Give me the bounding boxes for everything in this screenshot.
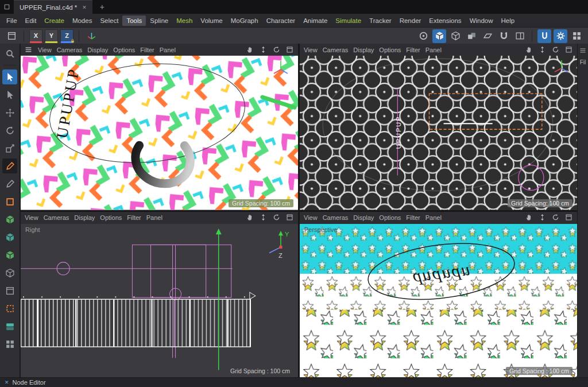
vp-menu-filter[interactable]: Filter — [406, 47, 420, 53]
selection-tool[interactable] — [2, 87, 17, 102]
pan-hand-icon[interactable] — [246, 46, 254, 54]
menu-simulate[interactable]: Simulate — [331, 16, 365, 26]
vp-menu-panel[interactable]: Panel — [160, 47, 176, 53]
rotate-tool[interactable] — [2, 123, 17, 138]
viewport-layout-button[interactable] — [5, 29, 18, 43]
generator-cube-icon[interactable] — [2, 230, 17, 245]
vp-menu-panel[interactable]: Panel — [425, 214, 442, 221]
vp-menu-filter[interactable]: Filter — [406, 214, 420, 221]
capsule-simulate-button[interactable] — [537, 29, 551, 43]
cube-outline-icon[interactable] — [2, 265, 17, 280]
layout-split-button[interactable] — [513, 29, 527, 43]
menu-spline[interactable]: Spline — [146, 16, 172, 26]
vp-menu-filter[interactable]: Filter — [140, 47, 154, 53]
viewport-top-left-canvas[interactable]: UPUPUP Grid Spacing: 100 cm — [21, 56, 298, 210]
vp-menu-options[interactable]: Options — [379, 47, 401, 53]
vp-menu-options[interactable]: Options — [100, 214, 122, 221]
viewport-bottom-left-canvas[interactable]: Y Z Right Grid Spacing : 100 cm — [21, 224, 298, 378]
menu-mesh[interactable]: Mesh — [172, 16, 196, 26]
dolly-updown-icon[interactable] — [260, 214, 268, 222]
menu-extensions[interactable]: Extensions — [425, 16, 465, 26]
scale-tool[interactable] — [2, 141, 17, 156]
render-view-button[interactable] — [416, 29, 430, 43]
menu-animate[interactable]: Animate — [299, 16, 331, 26]
lock-y-axis-button[interactable]: Y — [45, 29, 58, 43]
toggle-fullscreen-icon[interactable] — [565, 214, 573, 222]
viewport-top-right-canvas[interactable]: UPUPUP Grid Spacing: 100 cm — [300, 56, 577, 210]
lock-z-axis-button[interactable]: Z — [60, 29, 74, 43]
menu-tools[interactable]: Tools — [122, 16, 146, 26]
layout-grid-button[interactable] — [570, 29, 583, 43]
tab-close-icon[interactable]: ✕ — [82, 5, 87, 10]
pen-tool[interactable] — [2, 176, 17, 191]
object-mode-button[interactable] — [448, 29, 462, 43]
vp-menu-display[interactable]: Display — [353, 214, 374, 221]
texture-mode-button[interactable] — [465, 29, 478, 43]
lock-x-axis-button[interactable]: X — [29, 29, 42, 43]
menu-select[interactable]: Select — [96, 16, 122, 26]
menu-window[interactable]: Window — [466, 16, 497, 26]
menu-mograph[interactable]: MoGraph — [227, 16, 262, 26]
pan-hand-icon[interactable] — [246, 214, 254, 222]
pan-hand-icon[interactable] — [525, 214, 533, 222]
deformer-cube-icon[interactable] — [2, 247, 17, 262]
orbit-rotate-icon[interactable] — [552, 46, 560, 54]
orbit-rotate-icon[interactable] — [273, 214, 281, 222]
search-icon[interactable] — [2, 46, 17, 61]
spline-primitive-icon[interactable] — [2, 194, 17, 209]
vp-menu-display[interactable]: Display — [74, 214, 95, 221]
menu-modes[interactable]: Modes — [68, 16, 96, 26]
coordinate-system-button[interactable] — [84, 29, 98, 43]
layers-icon[interactable] — [2, 319, 17, 334]
dolly-updown-icon[interactable] — [539, 46, 547, 54]
cube-primitive-icon[interactable] — [2, 212, 17, 227]
pan-hand-icon[interactable] — [525, 46, 533, 54]
grid-icon[interactable] — [2, 336, 17, 351]
vp-menu-cameras[interactable]: Cameras — [323, 47, 349, 53]
menu-volume[interactable]: Volume — [196, 16, 226, 26]
vp-menu-filter[interactable]: Filter — [127, 214, 141, 221]
menu-file[interactable]: File — [2, 16, 21, 26]
viewport-bottom-right-canvas[interactable]: upupup Perspective Grid Spacing : 100 cm — [300, 224, 577, 378]
new-tab-button[interactable]: + — [96, 2, 109, 11]
vp-menu-view[interactable]: View — [38, 47, 52, 53]
vp-menu-options[interactable]: Options — [379, 214, 401, 221]
vp-menu-view[interactable]: View — [25, 214, 38, 221]
vp-menu-options[interactable]: Options — [113, 47, 135, 53]
move-tool[interactable] — [2, 105, 17, 120]
snap-toggle-button[interactable] — [497, 29, 510, 43]
dashed-selection-icon[interactable] — [2, 301, 17, 316]
vp-menu-panel[interactable]: Panel — [146, 214, 163, 221]
dolly-updown-icon[interactable] — [539, 214, 547, 222]
viewport-menu-icon[interactable] — [25, 46, 33, 54]
vp-menu-view[interactable]: View — [304, 214, 318, 221]
axis-mode-button[interactable] — [481, 29, 494, 43]
orbit-rotate-icon[interactable] — [273, 46, 281, 54]
menu-character[interactable]: Character — [262, 16, 300, 26]
toggle-fullscreen-icon[interactable] — [286, 46, 294, 54]
dolly-updown-icon[interactable] — [260, 46, 268, 54]
vp-menu-display[interactable]: Display — [87, 47, 108, 53]
node-editor-tab[interactable]: Node Editor — [13, 379, 46, 386]
frame-icon[interactable] — [2, 283, 17, 298]
node-editor-close-icon[interactable]: ✕ — [5, 380, 9, 385]
menu-help[interactable]: Help — [497, 16, 519, 26]
live-selection-tool[interactable] — [2, 69, 17, 84]
pen-tool-active[interactable] — [2, 158, 17, 173]
toggle-fullscreen-icon[interactable] — [286, 214, 294, 222]
vp-menu-cameras[interactable]: Cameras — [57, 47, 83, 53]
collapsed-panel-tab[interactable]: Fil — [580, 59, 586, 65]
vp-menu-cameras[interactable]: Cameras — [44, 214, 69, 221]
orbit-rotate-icon[interactable] — [552, 214, 560, 222]
panel-menu-icon[interactable] — [579, 47, 587, 55]
model-mode-button[interactable] — [432, 29, 446, 43]
vp-menu-view[interactable]: View — [304, 47, 318, 53]
menu-create[interactable]: Create — [40, 16, 68, 26]
vp-menu-display[interactable]: Display — [353, 47, 374, 53]
document-tab[interactable]: UPPER_Final.c4d * ✕ — [14, 0, 92, 14]
toggle-fullscreen-icon[interactable] — [565, 46, 573, 54]
settings-gear-button[interactable] — [554, 29, 567, 43]
menu-edit[interactable]: Edit — [21, 16, 41, 26]
vp-menu-cameras[interactable]: Cameras — [323, 214, 349, 221]
menu-tracker[interactable]: Tracker — [365, 16, 396, 26]
